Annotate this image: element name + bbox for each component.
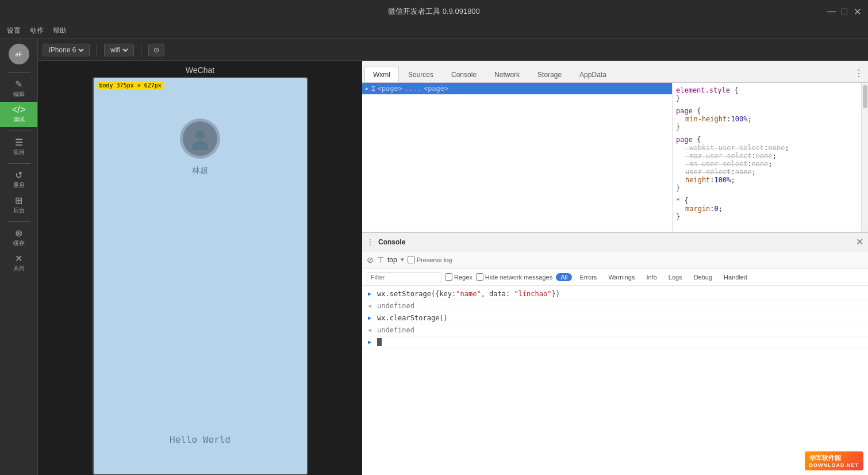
device-dropdown[interactable]: iPhone 6 iPhone 5 iPhone 7: [47, 45, 86, 55]
toolbar-separator-2: [141, 44, 141, 56]
tab-storage[interactable]: Storage: [529, 67, 570, 82]
sidebar-label-project: 项目: [13, 148, 25, 156]
console-title: Console: [378, 238, 405, 246]
sidebar-label-close: 关闭: [13, 265, 25, 273]
console-close-button[interactable]: ✕: [856, 236, 863, 247]
maximize-button[interactable]: □: [840, 7, 848, 16]
console-top-label[interactable]: top: [387, 256, 397, 264]
device-selector[interactable]: iPhone 6 iPhone 5 iPhone 7: [43, 44, 90, 56]
tab-console-top[interactable]: Console: [443, 67, 485, 82]
element-tree: ▶ ⌶ <page> .... <page>: [362, 83, 673, 232]
inspect-button[interactable]: ⊙: [148, 44, 164, 56]
main-layout: aF ✎ 编辑 </> 调试 ☰ 项目 ↺ 重启 ⊞ 后台: [0, 39, 868, 475]
simulator-frame: body 375px × 627px 林超 Hello World: [93, 77, 308, 475]
regex-label[interactable]: Regex: [445, 273, 473, 281]
console-top-arrow-icon[interactable]: ▾: [401, 256, 404, 263]
sidebar-item-cache[interactable]: ⊛ 缓存: [0, 225, 37, 251]
sidebar-label-edit: 编辑: [13, 90, 25, 98]
tab-sources[interactable]: Sources: [400, 67, 442, 82]
tag-ellipsis: ....: [405, 85, 421, 93]
svg-point-0: [195, 131, 205, 140]
app-title: 微信开发者工具 0.9.091800: [388, 6, 480, 17]
console-menu-icon[interactable]: ⋮: [367, 238, 374, 246]
user-avatar: [180, 118, 220, 159]
avatar-initials: aF: [16, 51, 22, 58]
user-name-label: 林超: [192, 166, 208, 176]
log-entry-1: ▶ wx.setStorage({key:"name", data: "linc…: [362, 288, 868, 300]
network-selector[interactable]: wifi 4G 3G: [104, 44, 134, 56]
title-bar: 微信开发者工具 0.9.091800 — □ ✕: [0, 0, 868, 23]
cursor-pos: ⌶: [371, 85, 375, 93]
console-filter-icon[interactable]: ⊤: [377, 255, 384, 265]
css-rule-page-1: page { min-height:100%; }: [676, 107, 858, 131]
minimize-button[interactable]: —: [828, 7, 836, 16]
main-row: WeChat body 375px × 627px 林超 Hello: [38, 61, 868, 475]
devtools-upper: ▶ ⌶ <page> .... <page> element.style { }: [362, 83, 868, 232]
filter-all-button[interactable]: All: [556, 273, 572, 281]
filter-handled-button[interactable]: Handled: [720, 272, 751, 282]
sidebar-label-restart: 重启: [13, 181, 25, 189]
simulator-app-title: WeChat: [186, 61, 214, 77]
console-log-area: ▶ wx.setStorage({key:"name", data: "linc…: [362, 286, 868, 393]
scrollbar-thumb[interactable]: [863, 85, 867, 108]
filter-debug-button[interactable]: Debug: [690, 272, 716, 282]
console-header: ⋮ Console ✕: [362, 233, 868, 251]
log-text-4: undefined: [377, 326, 414, 334]
tag-page: <page>: [378, 85, 402, 93]
sidebar-item-project[interactable]: ☰ 项目: [0, 135, 37, 160]
log-text-2: undefined: [377, 302, 414, 310]
sidebar-item-debug[interactable]: </> 调试: [0, 102, 37, 127]
log-arrow-4[interactable]: ◀: [368, 327, 374, 333]
filter-warnings-button[interactable]: Warnings: [604, 272, 639, 282]
css-rule-star: * { margin:0; }: [676, 197, 858, 221]
log-arrow-1[interactable]: ▶: [368, 290, 374, 297]
filter-logs-button[interactable]: Logs: [665, 272, 686, 282]
watermark-line1: 华军软件园: [809, 454, 859, 462]
avatar: aF: [9, 44, 29, 64]
sidebar-item-restart[interactable]: ↺ 重启: [0, 167, 37, 193]
sidebar-item-close[interactable]: ✕ 关闭: [0, 251, 37, 276]
log-arrow-3[interactable]: ▶: [368, 315, 374, 321]
close-window-button[interactable]: ✕: [853, 7, 861, 16]
filter-info-button[interactable]: Info: [642, 272, 660, 282]
tab-wxml[interactable]: Wxml: [364, 67, 399, 82]
sidebar-item-edit[interactable]: ✎ 编辑: [0, 76, 37, 102]
css-scrollbar[interactable]: [861, 83, 868, 232]
sidebar-label-backend: 后台: [13, 206, 25, 214]
preserve-log-label[interactable]: Preserve log: [408, 256, 452, 263]
console-filter-input[interactable]: [367, 272, 441, 282]
debug-icon: </>: [12, 105, 25, 114]
css-rule-page-2: page { -webkit-user-select:none; -moz-us…: [676, 136, 858, 192]
watermark: 华军软件园 DOWNLOAD.NET: [805, 451, 864, 470]
console-cursor-indicator: [377, 338, 382, 346]
log-entry-3: ▶ wx.clearStorage(): [362, 312, 868, 324]
menu-help[interactable]: 帮助: [53, 26, 67, 36]
log-text-1: wx.setStorage({key:"name", data: "lincha…: [377, 290, 560, 298]
devtools-tabs: Wxml Sources Console Network Storage: [362, 61, 868, 83]
hide-network-checkbox[interactable]: [476, 273, 483, 281]
devtools-panel: Wxml Sources Console Network Storage: [362, 61, 868, 475]
element-row-page[interactable]: ▶ ⌶ <page> .... <page>: [362, 83, 672, 94]
log-entry-4: ◀ undefined: [362, 324, 868, 336]
filter-errors-button[interactable]: Errors: [575, 272, 601, 282]
sidebar-label-cache: 缓存: [13, 239, 25, 247]
preserve-log-checkbox[interactable]: [408, 256, 415, 263]
log-arrow-2[interactable]: ◀: [368, 302, 374, 309]
log-entry-input[interactable]: ▶: [362, 336, 868, 348]
regex-checkbox[interactable]: [445, 273, 452, 281]
console-panel: ⋮ Console ✕ ⊘ ⊤ top ▾ Preserve log: [362, 232, 868, 393]
tab-appdata[interactable]: AppData: [571, 67, 615, 82]
menu-bar: 设置 动作 帮助: [0, 23, 868, 39]
tab-network[interactable]: Network: [486, 67, 528, 82]
network-dropdown[interactable]: wifi 4G 3G: [108, 45, 130, 55]
sidebar-divider-2: [7, 131, 30, 131]
sidebar-item-backend[interactable]: ⊞ 后台: [0, 193, 37, 218]
hide-network-label[interactable]: Hide network messages: [476, 273, 552, 281]
backend-icon: ⊞: [15, 196, 22, 205]
console-clear-icon[interactable]: ⊘: [367, 255, 374, 265]
menu-settings[interactable]: 设置: [7, 26, 21, 36]
devtools-more-icon[interactable]: ⋮: [854, 68, 863, 79]
row-arrow-icon: ▶: [366, 86, 368, 91]
close-sidebar-icon: ✕: [15, 254, 22, 263]
menu-actions[interactable]: 动作: [30, 26, 44, 36]
